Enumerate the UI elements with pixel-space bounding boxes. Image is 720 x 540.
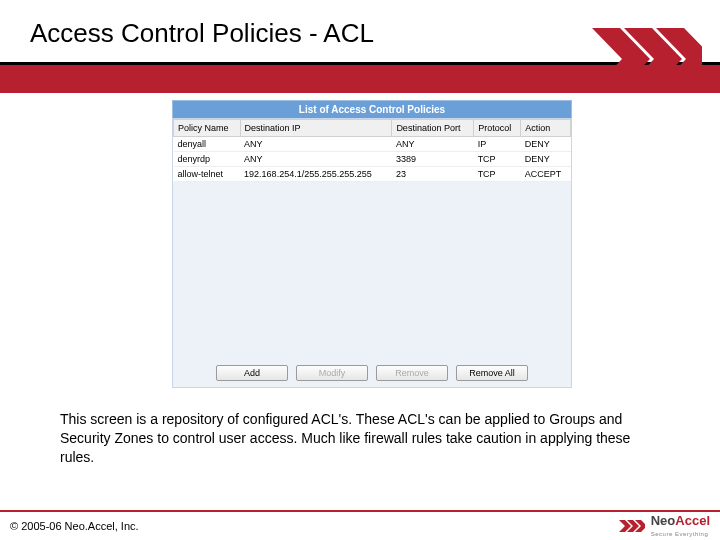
acl-panel: List of Access Control Policies Policy N… bbox=[172, 100, 572, 388]
cell-protocol: TCP bbox=[474, 152, 521, 167]
cell-dest-ip: 192.168.254.1/255.255.255.255 bbox=[240, 167, 392, 182]
col-action[interactable]: Action bbox=[521, 120, 571, 137]
acl-table: Policy Name Destination IP Destination P… bbox=[173, 119, 571, 182]
table-row[interactable]: denyrdp ANY 3389 TCP DENY bbox=[174, 152, 571, 167]
cell-dest-port: ANY bbox=[392, 137, 474, 152]
copyright-text: © 2005-06 Neo.Accel, Inc. bbox=[10, 520, 139, 532]
forward-arrows-icon bbox=[592, 28, 702, 90]
cell-dest-ip: ANY bbox=[240, 152, 392, 167]
acl-list-area: Policy Name Destination IP Destination P… bbox=[172, 118, 572, 388]
cell-action: ACCEPT bbox=[521, 167, 571, 182]
cell-dest-ip: ANY bbox=[240, 137, 392, 152]
brand-tagline: Secure Everything bbox=[651, 531, 709, 537]
cell-policy-name: denyrdp bbox=[174, 152, 241, 167]
cell-action: DENY bbox=[521, 152, 571, 167]
cell-dest-port: 23 bbox=[392, 167, 474, 182]
cell-protocol: IP bbox=[474, 137, 521, 152]
remove-button[interactable]: Remove bbox=[376, 365, 448, 381]
table-header-row: Policy Name Destination IP Destination P… bbox=[174, 120, 571, 137]
brand-text: NeoAccel Secure Everything bbox=[651, 514, 710, 538]
cell-action: DENY bbox=[521, 137, 571, 152]
add-button[interactable]: Add bbox=[216, 365, 288, 381]
slide-footer: © 2005-06 Neo.Accel, Inc. NeoAccel Secur… bbox=[0, 510, 720, 540]
cell-protocol: TCP bbox=[474, 167, 521, 182]
brand-mark-icon bbox=[619, 518, 645, 534]
cell-dest-port: 3389 bbox=[392, 152, 474, 167]
col-destination-port[interactable]: Destination Port bbox=[392, 120, 474, 137]
panel-heading: List of Access Control Policies bbox=[172, 100, 572, 118]
brand-neo: Neo bbox=[651, 513, 676, 528]
brand-accel: Accel bbox=[675, 513, 710, 528]
panel-button-row: Add Modify Remove Remove All bbox=[173, 365, 571, 381]
cell-policy-name: denyall bbox=[174, 137, 241, 152]
col-protocol[interactable]: Protocol bbox=[474, 120, 521, 137]
cell-policy-name: allow-telnet bbox=[174, 167, 241, 182]
table-row[interactable]: denyall ANY ANY IP DENY bbox=[174, 137, 571, 152]
slide-caption: This screen is a repository of configure… bbox=[60, 410, 660, 467]
modify-button[interactable]: Modify bbox=[296, 365, 368, 381]
col-policy-name[interactable]: Policy Name bbox=[174, 120, 241, 137]
remove-all-button[interactable]: Remove All bbox=[456, 365, 528, 381]
col-destination-ip[interactable]: Destination IP bbox=[240, 120, 392, 137]
table-row[interactable]: allow-telnet 192.168.254.1/255.255.255.2… bbox=[174, 167, 571, 182]
brand-logo: NeoAccel Secure Everything bbox=[619, 514, 710, 538]
